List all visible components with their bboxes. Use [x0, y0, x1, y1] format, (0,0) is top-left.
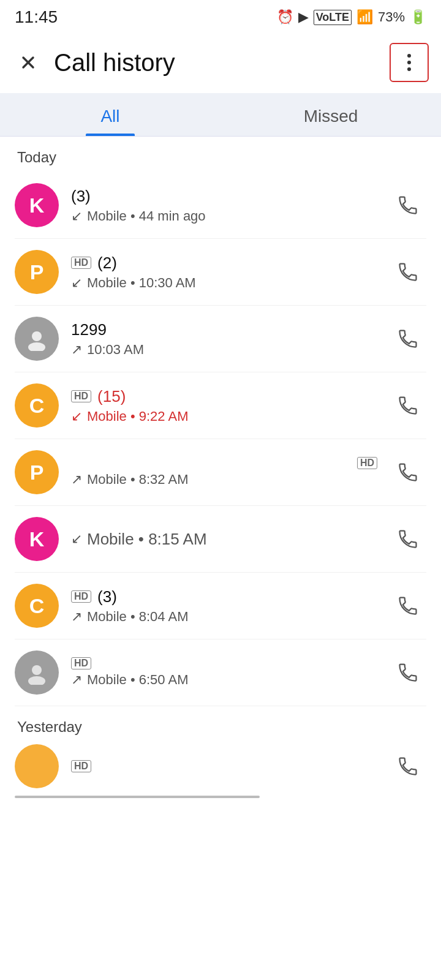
- direction-icon: ↙: [71, 531, 82, 547]
- bluetooth-icon: ▶: [298, 9, 309, 25]
- call-name: 1299: [71, 320, 107, 339]
- battery-text: 73%: [378, 9, 405, 25]
- avatar: K: [15, 517, 59, 561]
- call-button[interactable]: [390, 320, 426, 357]
- call-count: (3): [71, 187, 91, 206]
- avatar: C: [15, 383, 59, 428]
- status-icons: ⏰ ▶ VoLTE 📶 73% 🔋: [277, 9, 426, 25]
- call-count: (15): [97, 387, 126, 406]
- hd-badge: HD: [71, 590, 91, 603]
- call-button[interactable]: [390, 748, 426, 785]
- call-name-row: HD (15): [71, 387, 377, 406]
- direction-icon: ↙: [71, 409, 82, 424]
- call-detail: Mobile • 10:30 AM: [87, 275, 196, 291]
- call-button[interactable]: [390, 187, 426, 224]
- call-item[interactable]: C HD (15) ↙ Mobile • 9:22 AM: [0, 372, 441, 439]
- direction-icon: ↗: [71, 672, 82, 688]
- tab-all[interactable]: All: [0, 93, 221, 136]
- status-bar: 11:45 ⏰ ▶ VoLTE 📶 73% 🔋: [0, 0, 441, 32]
- direction-icon: ↙: [71, 275, 82, 291]
- avatar: K: [15, 183, 59, 227]
- call-detail: Mobile • 6:50 AM: [87, 672, 188, 688]
- section-yesterday: Yesterday: [0, 706, 441, 742]
- hd-badge: HD: [71, 390, 91, 402]
- call-name-row: HD (3): [71, 587, 377, 606]
- hd-badge: HD: [71, 760, 91, 772]
- volte-icon: VoLTE: [314, 10, 352, 25]
- battery-icon: 🔋: [410, 9, 426, 25]
- call-item[interactable]: C HD (3) ↗ Mobile • 8:04 AM: [0, 573, 441, 639]
- call-button[interactable]: [390, 387, 426, 424]
- call-detail-row: ↙ Mobile • 10:30 AM: [71, 275, 377, 291]
- call-count: (3): [97, 587, 117, 606]
- call-info: HD ↗ Mobile • 8:32 AM: [71, 457, 377, 488]
- call-detail-row: ↙ Mobile • 44 min ago: [71, 208, 377, 224]
- call-detail-row: ↙ Mobile • 9:22 AM: [71, 409, 377, 424]
- call-item[interactable]: P HD (2) ↙ Mobile • 10:30 AM: [0, 239, 441, 305]
- call-detail: Mobile • 8:15 AM: [87, 530, 207, 549]
- call-detail: Mobile • 9:22 AM: [87, 409, 188, 424]
- call-info: HD (3) ↗ Mobile • 8:04 AM: [71, 587, 377, 625]
- direction-icon: ↙: [71, 208, 82, 224]
- direction-icon: ↗: [71, 472, 82, 488]
- call-info: HD (15) ↙ Mobile • 9:22 AM: [71, 387, 377, 424]
- close-button[interactable]: [12, 47, 44, 78]
- top-bar: Call history: [0, 32, 441, 93]
- svg-point-4: [32, 665, 42, 675]
- hd-badge: HD: [357, 457, 377, 469]
- call-detail: Mobile • 8:04 AM: [87, 609, 188, 625]
- call-button[interactable]: [390, 654, 426, 691]
- avatar: P: [15, 250, 59, 294]
- call-detail: 10:03 AM: [87, 342, 144, 358]
- call-item[interactable]: 1299 ↗ 10:03 AM: [0, 306, 441, 372]
- call-item[interactable]: K (3) ↙ Mobile • 44 min ago: [0, 172, 441, 238]
- call-detail-row: ↗ Mobile • 8:32 AM: [71, 472, 377, 488]
- tab-missed[interactable]: Missed: [221, 93, 441, 136]
- call-info: HD ↗ Mobile • 6:50 AM: [71, 657, 377, 688]
- call-button[interactable]: [390, 587, 426, 624]
- call-button[interactable]: [390, 454, 426, 491]
- svg-point-2: [32, 331, 42, 341]
- call-detail-row: ↗ 10:03 AM: [71, 342, 377, 358]
- call-item[interactable]: P HD ↗ Mobile • 8:32 AM: [0, 439, 441, 505]
- call-name-row: HD (2): [71, 254, 377, 273]
- call-name-row: (3): [71, 187, 377, 206]
- direction-icon: ↗: [71, 609, 82, 625]
- call-info: ↙ Mobile • 8:15 AM: [71, 530, 377, 549]
- call-name-row: HD: [71, 760, 377, 772]
- scroll-indicator: [15, 796, 260, 798]
- avatar: [15, 744, 59, 788]
- call-info: (3) ↙ Mobile • 44 min ago: [71, 187, 377, 224]
- more-options-button[interactable]: [390, 43, 429, 82]
- call-name-row: HD: [71, 657, 377, 669]
- call-detail-row: ↗ Mobile • 8:04 AM: [71, 609, 377, 625]
- call-detail-row: ↗ Mobile • 6:50 AM: [71, 672, 377, 688]
- tabs-bar: All Missed: [0, 93, 441, 137]
- call-info: 1299 ↗ 10:03 AM: [71, 320, 377, 358]
- avatar: C: [15, 584, 59, 628]
- call-info: HD: [71, 760, 377, 772]
- avatar: [15, 317, 59, 361]
- call-button[interactable]: [390, 254, 426, 290]
- status-time: 11:45: [15, 7, 58, 27]
- more-dots-icon: [407, 54, 411, 71]
- alarm-icon: ⏰: [277, 9, 293, 25]
- call-count: (2): [97, 254, 117, 273]
- call-detail: Mobile • 8:32 AM: [87, 472, 188, 488]
- direction-icon: ↗: [71, 342, 82, 358]
- section-today: Today: [0, 137, 441, 172]
- call-item[interactable]: HD: [0, 742, 441, 791]
- call-detail-row: ↙ Mobile • 8:15 AM: [71, 530, 377, 549]
- svg-point-3: [28, 342, 45, 351]
- call-info: HD (2) ↙ Mobile • 10:30 AM: [71, 254, 377, 291]
- call-name-row: 1299: [71, 320, 377, 339]
- call-item[interactable]: HD ↗ Mobile • 6:50 AM: [0, 639, 441, 706]
- call-item[interactable]: K ↙ Mobile • 8:15 AM: [0, 506, 441, 572]
- call-detail: Mobile • 44 min ago: [87, 208, 206, 224]
- page-title: Call history: [44, 49, 390, 77]
- hd-badge: HD: [71, 657, 91, 669]
- call-button[interactable]: [390, 521, 426, 557]
- call-list: Today K (3) ↙ Mobile • 44 min ago P HD (…: [0, 137, 441, 808]
- svg-point-5: [28, 676, 45, 685]
- avatar: P: [15, 450, 59, 494]
